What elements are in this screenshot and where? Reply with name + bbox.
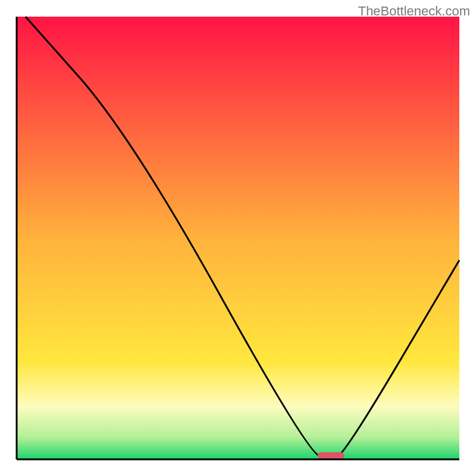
watermark-text: TheBottleneck.com xyxy=(358,4,470,19)
chart-container: TheBottleneck.com xyxy=(0,0,476,476)
plot-background xyxy=(17,17,459,459)
optimal-marker xyxy=(318,452,345,459)
bottleneck-chart xyxy=(0,0,476,476)
